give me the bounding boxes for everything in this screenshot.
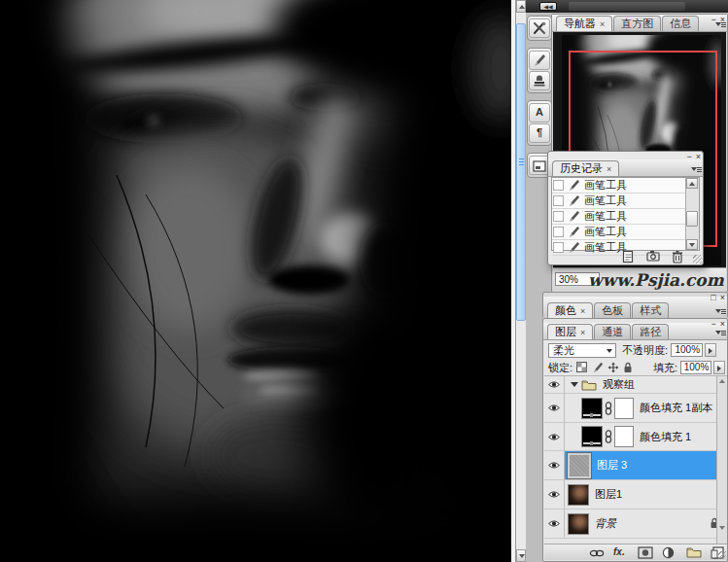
panel-menu-icon[interactable] [690,164,702,175]
group-expand-icon[interactable] [571,382,578,387]
scroll-up-icon [719,379,725,383]
link-layers-button[interactable] [589,546,606,559]
new-snapshot-button[interactable] [646,250,662,262]
eye-icon [547,519,561,528]
tab-layers[interactable]: 图层× [547,324,593,339]
tab-history[interactable]: 历史记录× [552,160,619,176]
layer-row-selected[interactable]: 图层 3 [544,451,727,480]
layer-row-background[interactable]: 背景 [544,509,727,539]
layer-row-group[interactable]: 观察组 [544,376,727,394]
new-adjustment-layer-button[interactable] [662,546,678,559]
fill-label: 填充: [653,361,677,375]
character-panel-icon[interactable]: A [529,103,550,123]
close-button[interactable]: × [720,16,725,24]
dock-group-brushes [527,48,552,93]
collapse-panels-button[interactable]: ◀◀ [539,2,557,11]
lock-transparency-icon[interactable] [576,362,589,374]
tab-paths[interactable]: 路径 [632,324,669,339]
eye-icon [547,490,561,499]
layer-row-fill-copy[interactable]: 颜色填充 1副本 [544,394,727,423]
layer-mask-link-icon[interactable] [605,402,612,415]
delete-state-button[interactable] [671,250,686,262]
visibility-toggle[interactable] [544,451,565,479]
tab-channels[interactable]: 通道 [594,324,631,339]
scroll-down-button[interactable] [516,549,526,562]
layer-row[interactable]: 图层1 [544,480,727,509]
history-source-checkbox[interactable] [553,227,564,237]
visibility-toggle[interactable] [544,509,565,538]
close-button[interactable]: × [720,320,725,329]
resize-grip[interactable] [693,255,702,263]
tab-info[interactable]: 信息 [662,16,699,31]
document-canvas[interactable] [0,0,511,562]
opacity-slider-button[interactable] [705,343,716,357]
tab-close-icon[interactable]: × [600,19,605,29]
eye-icon [547,433,561,441]
layer-row-fill[interactable]: 颜色填充 1 [544,423,727,451]
tab-navigator[interactable]: 导航器× [556,16,612,31]
lock-all-icon[interactable] [623,362,636,374]
visibility-toggle[interactable] [544,376,565,393]
resize-grip[interactable] [718,551,726,559]
tab-close-icon[interactable]: × [607,164,611,174]
close-button[interactable]: × [720,294,725,302]
history-source-checkbox[interactable] [553,211,564,222]
lock-position-icon[interactable] [607,362,620,374]
dock-header-segment [569,2,685,11]
fill-slider-button[interactable] [713,361,725,374]
navigator-tabbar: 导航器× 直方图 信息 [552,15,727,32]
minimize-button[interactable]: − [711,320,715,329]
maximize-button[interactable]: □ [711,294,715,302]
tab-swatches[interactable]: 色板 [594,302,631,318]
fill-field[interactable]: 100% [680,361,711,374]
portrait-photo [0,0,511,562]
tool-presets-panel-icon[interactable] [529,18,550,38]
visibility-toggle[interactable] [544,394,565,422]
brush-tool-icon [568,194,580,207]
tab-histogram[interactable]: 直方图 [613,16,661,31]
tab-close-icon[interactable]: × [580,328,585,337]
add-layer-mask-button[interactable] [638,546,654,559]
layer-mask-thumbnail[interactable] [614,398,634,419]
layer-thumbnail[interactable] [568,453,591,478]
history-item[interactable]: 画笔工具 [552,209,699,225]
history-source-checkbox[interactable] [553,180,564,191]
close-button[interactable]: × [696,153,701,161]
lock-pixels-icon[interactable] [592,362,605,374]
color-tabbar: 颜色× 色板 样式 [543,297,727,318]
history-item[interactable]: 画笔工具 [552,193,699,209]
scrollbar-thumb[interactable] [686,211,698,227]
scroll-up-button[interactable] [686,178,698,189]
scrollbar-thumb[interactable] [516,23,526,321]
layer-mask-thumbnail[interactable] [614,426,634,447]
brushes-panel-icon[interactable] [529,51,550,70]
panel-menu-icon[interactable] [714,328,726,338]
tab-color[interactable]: 颜色× [547,302,593,318]
new-group-button[interactable] [686,546,703,559]
new-document-from-state-button[interactable] [622,250,638,262]
minimize-button[interactable]: − [711,16,715,24]
fill-layer-thumbnail[interactable] [581,426,603,447]
layers-scrollbar[interactable] [716,376,727,545]
layer-style-button[interactable]: fx. [613,546,630,559]
visibility-toggle[interactable] [544,480,565,509]
clone-source-panel-icon[interactable] [529,71,550,90]
history-item[interactable]: 画笔工具 [552,178,699,193]
paragraph-panel-icon[interactable]: ¶ [529,123,550,143]
panel-menu-icon[interactable] [714,306,726,317]
layer-mask-link-icon[interactable] [605,430,612,443]
history-source-checkbox[interactable] [553,195,564,206]
tab-styles[interactable]: 样式 [632,302,669,318]
history-scrollbar[interactable] [685,178,699,250]
visibility-toggle[interactable] [544,423,565,450]
fill-layer-thumbnail[interactable] [581,398,603,419]
opacity-field[interactable]: 100% [671,343,703,357]
tab-close-icon[interactable]: × [580,306,585,316]
layer-thumbnail[interactable] [568,513,589,535]
layer-thumbnail[interactable] [568,484,589,506]
scroll-up-button[interactable] [516,0,526,13]
blend-mode-dropdown[interactable]: 柔光 [548,343,616,358]
history-item[interactable]: 画笔工具 [552,225,699,240]
minimize-button[interactable]: − [686,153,691,161]
eye-icon [547,404,561,412]
